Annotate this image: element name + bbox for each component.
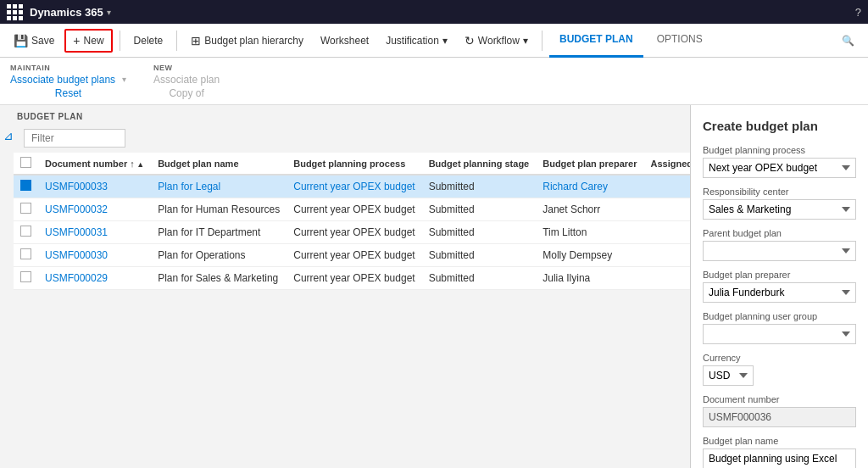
filter-funnel-icon[interactable]: ⊿ [3, 129, 14, 142]
top-bar: Dynamics 365 ▾ ? [0, 0, 868, 24]
doc-number-link[interactable]: USMF000033 [45, 181, 108, 192]
row-preparer: Julia Ilyina [536, 267, 643, 290]
row-plan-name: Plan for IT Department [151, 221, 287, 244]
row-checkbox[interactable] [20, 248, 31, 259]
currency-field: Currency USD [703, 353, 856, 386]
row-checkbox[interactable] [20, 203, 31, 214]
workflow-icon: ↻ [465, 34, 475, 47]
associate-plan-button[interactable]: Associate plan [153, 74, 220, 86]
document-number-label: Document number [703, 394, 856, 404]
table-row[interactable]: USMF000032 Plan for Human Resources Curr… [14, 198, 690, 221]
table-row[interactable]: USMF000033 Plan for Legal Current year O… [14, 175, 690, 198]
justification-chevron: ▾ [442, 35, 448, 47]
budget-planning-user-group-select[interactable] [703, 324, 856, 344]
col-planning-process[interactable]: Budget planning process [287, 153, 421, 175]
budget-planning-user-group-field: Budget planning user group [703, 311, 856, 344]
row-planning-process: Current year OPEX budget [287, 221, 421, 244]
reset-button[interactable]: Reset [10, 87, 126, 99]
row-checkbox[interactable] [20, 271, 31, 282]
doc-number-link[interactable]: USMF000031 [45, 226, 108, 238]
responsibility-center-select[interactable]: Sales & Marketing [703, 199, 856, 220]
budget-planning-process-field: Budget planning process Next year OPEX b… [703, 145, 856, 178]
search-button[interactable]: 🔍 [835, 31, 861, 50]
tab-options[interactable]: OPTIONS [647, 24, 713, 58]
workflow-button[interactable]: ↻ Workflow ▾ [458, 31, 535, 51]
row-planning-stage: Submitted [422, 198, 537, 221]
create-budget-plan-panel: Create budget plan Budget planning proce… [690, 105, 868, 468]
main-area: BUDGET PLAN ⊿ Document number ↑ [0, 105, 868, 468]
currency-select[interactable]: USD [703, 365, 754, 386]
document-number-field: Document number [703, 394, 856, 427]
associate-budget-plans-button[interactable]: Associate budget plans [10, 74, 115, 86]
new-label: NEW [153, 64, 220, 72]
col-planning-stage[interactable]: Budget planning stage [422, 153, 537, 175]
row-checkbox-cell [14, 175, 38, 198]
row-preparer: Richard Carey [536, 175, 643, 198]
filter-bar [14, 124, 690, 153]
table-row[interactable]: USMF000030 Plan for Operations Current y… [14, 244, 690, 267]
budget-planning-process-select[interactable]: Next year OPEX budget [703, 158, 856, 178]
maintain-section: MAINTAIN Associate budget plans ▾ Reset [10, 58, 126, 104]
row-checkbox-cell [14, 267, 38, 290]
row-doc-number: USMF000029 [38, 267, 151, 290]
row-planning-stage: Submitted [422, 244, 537, 267]
worksheet-button[interactable]: Worksheet [314, 31, 376, 50]
budget-plan-preparer-select[interactable]: Julia Funderburk [703, 282, 856, 303]
tab-budget-plan[interactable]: BUDGET PLAN [549, 24, 643, 58]
separator-1 [120, 31, 120, 51]
row-assigned-to [643, 244, 690, 267]
row-doc-number: USMF000033 [38, 175, 151, 198]
row-planning-process: Current year OPEX budget [287, 267, 421, 290]
delete-button[interactable]: Delete [127, 31, 170, 50]
parent-budget-plan-select[interactable] [703, 241, 856, 261]
maintain-label: MAINTAIN [10, 64, 126, 72]
app-title: Dynamics 365 [30, 6, 103, 19]
new-icon: + [73, 34, 80, 47]
justification-button[interactable]: Justification ▾ [379, 31, 454, 50]
col-assigned-to[interactable]: Assigned to [643, 153, 690, 175]
doc-number-link[interactable]: USMF000030 [45, 249, 108, 261]
filter-input[interactable] [24, 129, 125, 148]
budget-plan-name-label: Budget plan name [703, 436, 856, 446]
responsibility-center-field: Responsibility center Sales & Marketing [703, 187, 856, 220]
row-preparer: Molly Dempsey [536, 244, 643, 267]
select-all-checkbox[interactable] [20, 157, 31, 168]
row-doc-number: USMF000031 [38, 221, 151, 244]
budget-planning-process-label: Budget planning process [703, 145, 856, 155]
budget-plan-hierarchy-button[interactable]: ⊞ Budget plan hierarchy [184, 31, 310, 51]
row-assigned-to [643, 267, 690, 290]
col-preparer[interactable]: Budget plan preparer [536, 153, 643, 175]
row-assigned-to [643, 198, 690, 221]
help-icon[interactable]: ? [855, 6, 861, 19]
new-button[interactable]: + New [64, 29, 112, 53]
row-checkbox[interactable] [20, 180, 31, 191]
row-checkbox[interactable] [20, 226, 31, 237]
save-button[interactable]: 💾 Save [7, 31, 61, 51]
table-row[interactable]: USMF000029 Plan for Sales & Marketing Cu… [14, 267, 690, 290]
app-title-chevron[interactable]: ▾ [107, 8, 111, 17]
separator-3 [542, 31, 542, 51]
toolbar: 💾 Save + New Delete ⊞ Budget plan hierar… [0, 24, 868, 58]
budget-plan-name-input[interactable] [703, 448, 856, 468]
copy-of-button[interactable]: Copy of [153, 87, 220, 99]
row-checkbox-cell [14, 244, 38, 267]
row-planning-stage: Submitted [422, 267, 537, 290]
document-number-input[interactable] [703, 407, 856, 427]
responsibility-center-label: Responsibility center [703, 187, 856, 197]
row-assigned-to [643, 175, 690, 198]
table-row[interactable]: USMF000031 Plan for IT Department Curren… [14, 221, 690, 244]
row-plan-name: Plan for Legal [151, 175, 287, 198]
row-checkbox-cell [14, 198, 38, 221]
doc-number-link[interactable]: USMF000029 [45, 272, 108, 284]
col-plan-name[interactable]: Budget plan name [151, 153, 287, 175]
create-panel-title: Create budget plan [703, 119, 856, 133]
budget-plan-preparer-label: Budget plan preparer [703, 270, 856, 280]
row-preparer: Janet Schorr [536, 198, 643, 221]
parent-budget-plan-field: Parent budget plan [703, 228, 856, 261]
col-doc-number[interactable]: Document number ↑ [38, 153, 151, 175]
doc-number-link[interactable]: USMF000032 [45, 203, 108, 215]
subbar: MAINTAIN Associate budget plans ▾ Reset … [0, 58, 868, 105]
budget-plan-section-label: BUDGET PLAN [7, 109, 93, 123]
row-planning-process: Current year OPEX budget [287, 198, 421, 221]
waffle-menu[interactable] [7, 4, 23, 20]
